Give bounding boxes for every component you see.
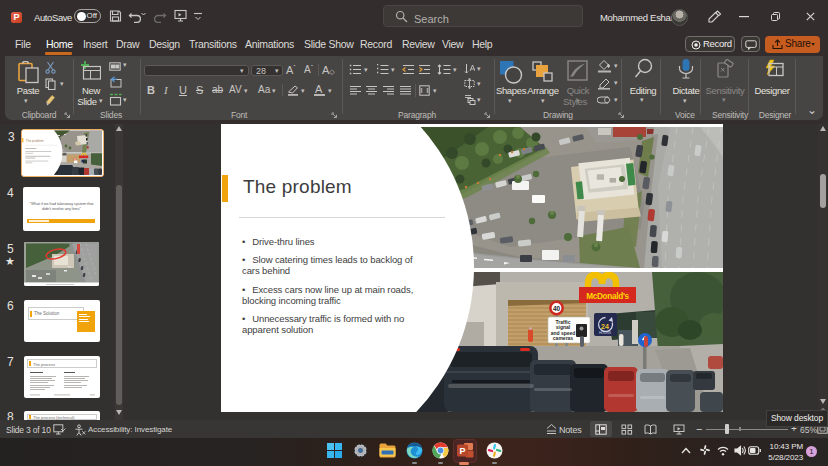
svg-text:McDonald's: McDonald's bbox=[586, 292, 629, 301]
svg-text:HOURS: HOURS bbox=[599, 331, 612, 335]
svg-text:P: P bbox=[459, 446, 465, 456]
svg-text:40: 40 bbox=[553, 305, 561, 312]
svg-text:The problem: The problem bbox=[26, 139, 44, 143]
svg-text:24: 24 bbox=[601, 323, 609, 330]
svg-text:cameras: cameras bbox=[553, 335, 574, 341]
